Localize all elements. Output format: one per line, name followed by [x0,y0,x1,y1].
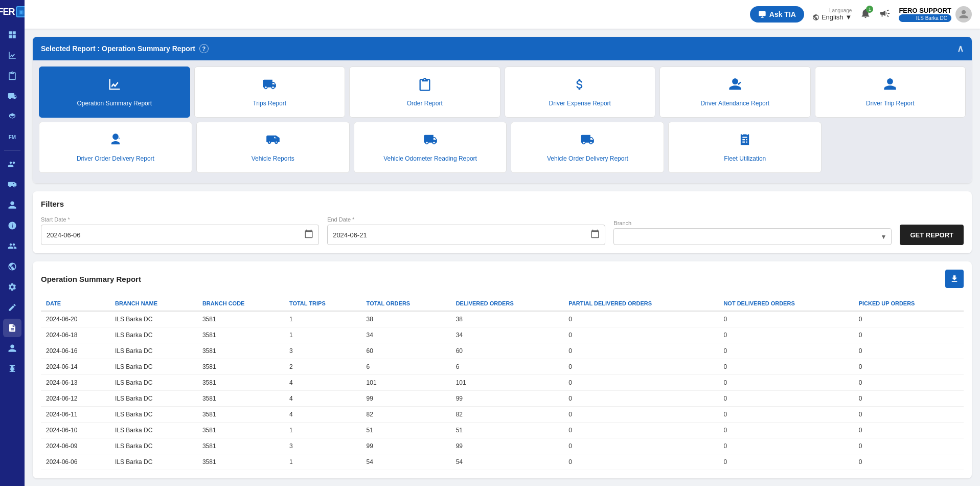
cell-date: 2024-06-10 [41,423,110,438]
cell-date: 2024-06-20 [41,311,110,327]
card-vehicle-order-delivery[interactable]: Vehicle Order Delivery Report [511,122,664,173]
end-date-calendar-icon[interactable] [590,229,600,240]
help-icon-button[interactable]: ? [199,44,209,53]
download-icon [950,274,959,283]
report-panel-header-left: Selected Report : Operation Summary Repo… [41,44,209,53]
sidebar-item-settings[interactable] [3,278,21,296]
sidebar-item-clipboard[interactable] [3,67,21,85]
card-vehicle-odometer[interactable]: Vehicle Odometer Reading Report [354,122,507,173]
announcements-button[interactable] [879,8,891,21]
sidebar-divider [4,150,20,151]
main-container: Ask TIA Language English ▼ 1 FERO SUPPOR… [25,0,980,486]
card-order-report[interactable]: Order Report [349,67,500,118]
card-driver-expense[interactable]: Driver Expense Report [505,67,656,118]
avatar [955,6,972,23]
cell-partial-delivered: 0 [563,359,718,375]
card-vehicle-reports[interactable]: Vehicle Reports [196,122,350,173]
sidebar-item-dashboard[interactable] [3,26,21,44]
content-area: Selected Report : Operation Summary Repo… [25,29,980,486]
sidebar-item-globe[interactable] [3,257,21,276]
results-header: Operation Summary Report [41,270,964,288]
cell-total-orders: 54 [361,454,451,470]
card-vehicle-reports-icon [266,132,280,150]
tia-icon [758,10,766,18]
cell-picked-up: 0 [854,343,964,359]
cell-branch-name: ILS Barka DC [110,407,197,423]
sidebar-item-edit[interactable] [3,298,21,317]
cell-date: 2024-06-16 [41,343,110,359]
col-not-delivered: NOT DELIVERED ORDERS [718,296,853,311]
cell-partial-delivered: 0 [563,407,718,423]
sidebar-item-chart[interactable] [3,46,21,64]
collapse-button[interactable]: ∧ [957,43,964,54]
cell-not-delivered: 0 [718,327,853,343]
cell-partial-delivered: 0 [563,327,718,343]
notification-badge: 1 [866,6,873,13]
branch-select[interactable] [613,228,892,245]
empty-card-slot [826,122,966,173]
sidebar-item-person[interactable] [3,196,21,214]
cell-delivered-orders: 82 [451,407,564,423]
cell-not-delivered: 0 [718,343,853,359]
cell-branch-name: ILS Barka DC [110,327,197,343]
card-trips-icon [262,77,277,95]
report-panel-header: Selected Report : Operation Summary Repo… [33,37,972,60]
cell-total-orders: 6 [361,359,451,375]
cell-branch-code: 3581 [197,438,284,454]
card-operation-summary-icon [107,77,122,95]
cell-not-delivered: 0 [718,311,853,327]
table-row: 2024-06-11ILS Barka DC358148282000 [41,407,964,423]
sidebar-item-info[interactable] [3,216,21,235]
start-date-input[interactable] [47,231,304,239]
sidebar-item-user-manage[interactable] [3,339,21,358]
cell-date: 2024-06-14 [41,359,110,375]
table-head: DATE BRANCH NAME BRANCH CODE TOTAL TRIPS… [41,296,964,311]
sidebar-item-people[interactable] [3,155,21,173]
cell-date: 2024-06-13 [41,375,110,391]
card-driver-trip[interactable]: Driver Trip Report [815,67,966,118]
report-table: DATE BRANCH NAME BRANCH CODE TOTAL TRIPS… [41,296,964,470]
report-cards-container: Operation Summary Report Trips Report Or… [33,60,972,183]
cell-date: 2024-06-18 [41,327,110,343]
cell-total-orders: 99 [361,438,451,454]
card-driver-order-delivery[interactable]: Driver Order Delivery Report [39,122,192,173]
sidebar-item-truck[interactable] [3,87,21,105]
card-fleet-utilization-icon [738,132,752,150]
cell-partial-delivered: 0 [563,343,718,359]
card-driver-attendance-label: Driver Attendance Report [700,100,769,107]
sidebar-item-fm[interactable]: FM [3,128,21,146]
card-operation-summary[interactable]: Operation Summary Report [39,67,190,118]
start-date-calendar-icon[interactable] [304,229,313,240]
card-fleet-utilization[interactable]: Fleet Utilization [668,122,822,173]
language-selector[interactable]: Language English ▼ [812,8,852,21]
notifications-button[interactable]: 1 [860,8,871,21]
sidebar-item-download[interactable] [3,360,21,378]
cell-date: 2024-06-12 [41,391,110,407]
cell-total-trips: 4 [284,407,361,423]
cell-delivered-orders: 38 [451,311,564,327]
cell-total-trips: 4 [284,391,361,407]
cell-picked-up: 0 [854,391,964,407]
card-trips-report[interactable]: Trips Report [194,67,346,118]
card-order-label: Order Report [407,100,443,107]
user-info: FERO SUPPORT ILS Barka DC [899,6,972,23]
ask-tia-button[interactable]: Ask TIA [750,6,804,23]
cell-delivered-orders: 34 [451,327,564,343]
download-button[interactable] [945,270,964,288]
sidebar-item-box[interactable] [3,107,21,126]
card-driver-attendance[interactable]: Driver Attendance Report [659,67,811,118]
table-row: 2024-06-18ILS Barka DC358113434000 [41,327,964,343]
card-driver-order-delivery-icon [108,132,123,150]
end-date-input[interactable] [333,231,590,239]
get-report-button[interactable]: GET REPORT [900,225,964,245]
cell-branch-code: 3581 [197,375,284,391]
sidebar-item-van[interactable] [3,175,21,194]
sidebar-item-group[interactable] [3,237,21,255]
user-name: FERO SUPPORT [899,7,951,14]
cell-branch-code: 3581 [197,391,284,407]
cell-not-delivered: 0 [718,454,853,470]
cell-partial-delivered: 0 [563,423,718,438]
cell-total-trips[interactable]: 1 [284,311,361,327]
cell-total-orders: 51 [361,423,451,438]
sidebar-item-reports[interactable] [3,319,21,337]
